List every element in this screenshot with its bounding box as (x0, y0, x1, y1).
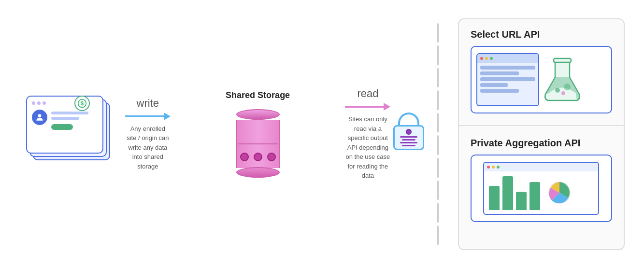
private-agg-api-title: Private Aggregation API (471, 138, 612, 149)
browser-line-1 (480, 66, 535, 70)
api-divider (459, 125, 624, 126)
db-bottom (236, 167, 280, 178)
lock-keyhole (406, 129, 412, 135)
db-circles-row (240, 153, 276, 161)
browser-dot-green (490, 57, 493, 60)
db-cylinder (236, 109, 280, 178)
lock-line-1 (400, 136, 417, 138)
db-body (236, 120, 280, 168)
svg-text:$: $ (81, 100, 84, 106)
browser-body (477, 63, 538, 105)
select-url-api-title: Select URL API (471, 29, 612, 40)
write-arrow-head (164, 113, 171, 120)
read-description: Sites can only read via a specific outpu… (345, 114, 390, 181)
priv-agg-content (472, 155, 611, 221)
bar-1 (489, 186, 500, 210)
db-circle-1 (240, 153, 249, 161)
write-arrow (125, 113, 171, 120)
main-diagram: $ write Any enrolled site / origin can w… (0, 0, 644, 268)
select-url-content (472, 47, 611, 113)
chart-dot-yellow (492, 166, 495, 169)
lock-lines (400, 136, 417, 146)
write-label: write (137, 97, 159, 110)
read-arrow (345, 103, 390, 111)
card-dot-3 (43, 101, 46, 105)
read-section: read Sites can only read via a specific … (345, 87, 390, 181)
read-arrow-head (384, 103, 390, 111)
avatar-circle (32, 110, 47, 125)
svg-point-6 (561, 91, 565, 95)
browser-mockup (476, 53, 539, 106)
dollar-icon: $ (77, 99, 87, 108)
pie-chart (547, 180, 572, 205)
chart-dot-green (497, 166, 500, 169)
private-agg-api-item: Private Aggregation API (471, 138, 612, 222)
browser-line-4 (480, 83, 508, 87)
chart-body (484, 171, 598, 214)
write-description: Any enrolled site / origin can write any… (125, 124, 171, 171)
write-arrow-line (125, 115, 164, 117)
bar-4 (530, 182, 540, 210)
chart-browser (483, 162, 599, 215)
lock-line-4 (402, 145, 415, 146)
dollar-badge: $ (74, 96, 90, 111)
card-lines (51, 110, 98, 130)
browser-line-5 (480, 89, 519, 93)
svg-point-0 (38, 114, 42, 117)
card-body (32, 110, 98, 130)
chart-dot-red (487, 166, 490, 169)
svg-rect-3 (554, 58, 571, 62)
right-panel: Select URL API (458, 18, 625, 250)
site-card-front (26, 96, 103, 154)
select-url-api-illustration (471, 46, 612, 113)
db-top (236, 109, 280, 120)
bar-2 (502, 176, 513, 210)
browser-dot-yellow (485, 57, 488, 60)
lock-body (393, 125, 424, 150)
card-dot-1 (32, 101, 35, 105)
svg-point-4 (555, 88, 560, 93)
read-label: read (357, 87, 378, 100)
shared-storage-section: Shared Storage (171, 90, 345, 178)
lock-line-3 (400, 142, 417, 143)
shared-storage-label: Shared Storage (226, 90, 290, 100)
browser-topbar (477, 54, 538, 63)
lock-shackle (398, 113, 419, 126)
card-line-2 (51, 117, 79, 120)
bar-3 (516, 192, 527, 210)
db-stripe-1 (238, 143, 278, 145)
read-arrow-line (345, 106, 384, 108)
card-line-1 (51, 112, 88, 114)
chart-topbar (484, 163, 598, 171)
card-button (51, 124, 73, 130)
write-arrow-section: write Any enrolled site / origin can wri… (125, 97, 171, 171)
svg-point-5 (564, 84, 571, 90)
flask-icon (543, 56, 582, 104)
avatar-icon (35, 113, 44, 122)
left-section: $ (19, 96, 125, 173)
browser-line-3 (480, 77, 535, 81)
site-cards: $ (26, 96, 118, 168)
db-circle-3 (267, 153, 276, 161)
browser-line-2 (480, 71, 519, 75)
dashed-divider (435, 23, 441, 245)
lock-icon (390, 113, 427, 156)
db-circle-2 (254, 153, 262, 161)
select-url-api-item: Select URL API (471, 29, 612, 113)
lock-line-2 (402, 139, 415, 141)
card-dot-2 (37, 101, 41, 105)
private-agg-api-illustration (471, 155, 612, 222)
browser-dot-red (480, 57, 483, 60)
